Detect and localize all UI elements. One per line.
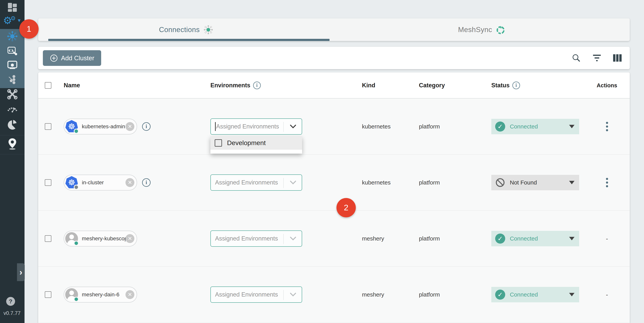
environments-select[interactable]: Assigned Environments — [210, 286, 302, 303]
chevron-down-icon[interactable] — [290, 124, 296, 129]
connection-info-icon[interactable]: i — [142, 178, 150, 187]
environments-placeholder: Assigned Environments — [215, 235, 278, 242]
connection-chip[interactable]: ☸ kubernetes-admin... ✕ — [64, 119, 137, 134]
dropdown-arrow-icon — [569, 181, 574, 184]
connection-info-icon[interactable]: i — [142, 122, 150, 131]
sidebar: ⚙⚙▼ — [0, 0, 24, 323]
remote-person-screen-icon[interactable] — [0, 60, 24, 71]
dashboard-grid-icon[interactable] — [0, 2, 24, 12]
connection-name: in-cluster — [78, 179, 126, 186]
status-dot-gray — [74, 185, 79, 190]
status-info-icon[interactable]: i — [512, 82, 520, 89]
adapters-code-wrench-icon[interactable] — [0, 45, 24, 57]
status-chip-connected[interactable]: ✓ Connected — [491, 119, 579, 134]
row-checkbox[interactable] — [45, 179, 51, 186]
row-actions-none: - — [588, 291, 626, 298]
column-header-name[interactable]: Name — [64, 82, 80, 89]
row-actions-none: - — [588, 235, 626, 242]
gear-small-icon: ⚙ — [10, 16, 16, 21]
option-label: Development — [227, 139, 266, 147]
designs-graph-icon[interactable] — [0, 74, 24, 86]
column-header-actions: Actions — [597, 82, 617, 89]
kind-cell: meshery — [362, 291, 384, 298]
add-cluster-button[interactable]: Add Cluster — [43, 50, 101, 66]
add-cluster-label: Add Cluster — [61, 55, 94, 62]
environments-select[interactable]: Assigned Environments — [210, 230, 302, 247]
column-header-kind[interactable]: Kind — [362, 82, 375, 89]
chip-delete-icon[interactable]: ✕ — [126, 234, 134, 243]
check-circle-icon: ✓ — [495, 122, 505, 132]
tab-connections-label: Connections — [159, 26, 200, 34]
tab-meshsync[interactable]: MeshSync — [334, 18, 630, 41]
chevron-down-icon[interactable] — [290, 292, 296, 297]
row-checkbox[interactable] — [45, 123, 51, 130]
status-chip-connected[interactable]: ✓ Connected — [491, 231, 579, 246]
sidebar-expand-button[interactable]: › — [17, 263, 25, 281]
app-version: v0.7.77 — [4, 310, 21, 316]
performance-gauge-icon[interactable] — [0, 103, 24, 114]
status-dot-green — [74, 241, 79, 246]
dropdown-arrow-icon — [569, 237, 574, 240]
column-header-status[interactable]: Status — [491, 82, 510, 89]
environments-dropdown-menu: Development — [210, 136, 302, 154]
chevron-down-icon: ▼ — [17, 18, 22, 23]
sidebar-divider — [0, 135, 24, 135]
kind-cell: kubernetes — [362, 179, 390, 186]
connection-chip[interactable]: ☸ in-cluster ✕ — [64, 175, 137, 190]
environments-placeholder: Assigned Environments — [216, 123, 279, 130]
annotation-step-1-badge: 1 — [19, 19, 38, 39]
status-label: Not Found — [505, 179, 569, 186]
status-chip-connected[interactable]: ✓ Connected — [491, 287, 579, 302]
category-cell: platform — [419, 179, 440, 186]
dropdown-arrow-icon — [569, 293, 574, 296]
table-header-row: Name Environmentsi Kind Category Statusi… — [38, 73, 630, 99]
column-header-environments[interactable]: Environments — [210, 82, 250, 89]
table-row: ☸ kubernetes-admin... ✕ i Assigned Envir… — [38, 99, 630, 155]
category-cell: platform — [419, 235, 440, 242]
status-dot-green — [74, 129, 79, 134]
environments-info-icon[interactable]: i — [253, 82, 261, 89]
chip-delete-icon[interactable]: ✕ — [126, 290, 134, 299]
category-cell: platform — [419, 123, 440, 130]
table-row: meshery-dain-6 ✕ Assigned Environments m… — [38, 267, 630, 322]
status-label: Connected — [505, 235, 569, 242]
annotation-step-2-badge: 2 — [336, 198, 356, 217]
filter-icon[interactable] — [593, 54, 601, 62]
connection-chip[interactable]: meshery-kubescop... ✕ — [64, 231, 137, 246]
help-icon[interactable]: ? — [6, 297, 15, 306]
environment-pin-icon[interactable] — [0, 138, 24, 150]
environment-option-development[interactable]: Development — [210, 136, 302, 150]
table-row: ☸ in-cluster ✕ i Assigned Environments — [38, 155, 630, 211]
row-actions-menu-icon[interactable] — [606, 178, 608, 187]
extensions-pie-icon[interactable] — [0, 118, 24, 131]
row-checkbox[interactable] — [45, 235, 51, 242]
chevron-down-icon[interactable] — [290, 180, 296, 185]
tab-connections[interactable]: Connections — [38, 18, 334, 41]
view-columns-icon[interactable] — [613, 54, 622, 62]
kubernetes-avatar-icon: ☸ — [65, 176, 78, 189]
meshery-app: ⚙⚙▼ — [0, 0, 644, 323]
person-avatar-icon — [65, 232, 78, 245]
plus-circle-icon — [50, 54, 58, 62]
table-toolbar: Add Cluster — [38, 47, 630, 69]
column-header-category[interactable]: Category — [419, 82, 445, 89]
search-icon[interactable] — [572, 54, 581, 62]
kind-cell: kubernetes — [362, 123, 390, 130]
toolkit-crossed-tools-icon[interactable] — [0, 89, 24, 100]
chip-delete-icon[interactable]: ✕ — [126, 122, 134, 131]
prohibited-icon — [495, 178, 505, 188]
connections-table: Name Environmentsi Kind Category Statusi… — [38, 73, 630, 323]
chevron-down-icon[interactable] — [290, 236, 296, 241]
meshsync-tab-icon — [496, 25, 506, 35]
active-tab-indicator — [48, 39, 330, 41]
select-all-checkbox[interactable] — [45, 82, 51, 89]
category-cell: platform — [419, 291, 440, 298]
row-checkbox[interactable] — [45, 291, 51, 298]
status-chip-notfound[interactable]: Not Found — [491, 175, 579, 190]
option-checkbox[interactable] — [215, 139, 222, 147]
row-actions-menu-icon[interactable] — [606, 122, 608, 131]
chip-delete-icon[interactable]: ✕ — [126, 178, 134, 187]
connection-chip[interactable]: meshery-dain-6 ✕ — [64, 287, 137, 302]
environments-select[interactable]: Assigned Environments — [210, 174, 302, 191]
environments-select[interactable]: Assigned Environments — [210, 118, 302, 135]
